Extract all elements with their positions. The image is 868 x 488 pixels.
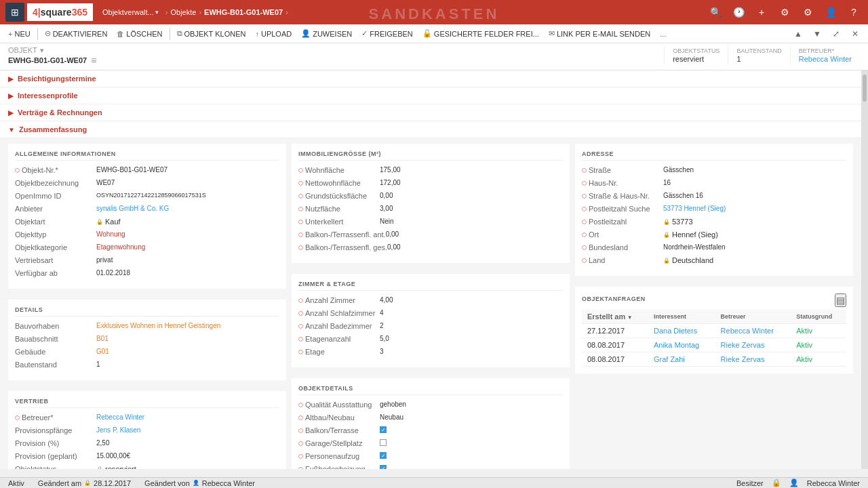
- btn-klonen[interactable]: ⧉ OBJEKT KLONEN: [173, 26, 250, 41]
- btn-more[interactable]: ...: [656, 26, 670, 41]
- arrow-icon: ▼: [8, 126, 15, 134]
- lock-icon7: 🔒: [772, 479, 781, 487]
- status-value: Aktiv: [8, 479, 24, 487]
- field-anbieter: Anbieter synalis GmbH & Co. KG: [15, 205, 279, 216]
- btn-upload[interactable]: ↑ UPLOAD: [251, 26, 296, 41]
- filter-icon[interactable]: ⚙: [776, 3, 793, 21]
- upload-icon: ↑: [255, 30, 259, 38]
- garage-checkbox[interactable]: [380, 439, 387, 446]
- bg-icon: ⬡: [298, 245, 303, 251]
- field-objektnr: ⬡Objekt-Nr.* EWHG-B01-G01-WE07: [15, 166, 279, 177]
- btn-loeschen[interactable]: 🗑 LÖSCHEN: [113, 26, 166, 41]
- cell-betreuer[interactable]: Rieke Zervas: [715, 352, 791, 367]
- breadcrumb-objekte[interactable]: Objekte: [170, 8, 196, 16]
- sort-icon[interactable]: ▼: [627, 314, 633, 321]
- gs2-icon: ⬡: [298, 441, 303, 447]
- nwf-icon: ⬡: [298, 180, 303, 186]
- cell-betreuer[interactable]: Rieke Zervas: [715, 338, 791, 352]
- section-zusammenfassung[interactable]: ▼ Zusammenfassung: [0, 121, 861, 138]
- email-icon: ✉: [549, 29, 555, 38]
- lock-icon5: 🔒: [663, 258, 670, 264]
- top-nav: ⊞ 4|square 365 Objektverwalt... ▾ › Obje…: [0, 0, 868, 24]
- breadcrumb-current[interactable]: EWHG-B01-G01-WE07: [204, 8, 283, 16]
- btn-email[interactable]: ✉ LINK PER E-MAIL SENDEN: [545, 26, 654, 41]
- question-icon[interactable]: ?: [845, 3, 863, 21]
- status-bar: Aktiv Geändert am 🔒 28.12.2017 Geändert …: [0, 477, 868, 488]
- field-provision-geplant: Provision (geplant) 15.000,00€: [15, 452, 279, 463]
- scroll-thumb[interactable]: [863, 75, 867, 102]
- field-objektbezeichnung: Objektbezeichnung WE07: [15, 179, 279, 190]
- breadcrumb-expand[interactable]: ›: [285, 9, 288, 16]
- balkon-checkbox[interactable]: [380, 426, 387, 433]
- plz-icon: ⬡: [582, 219, 587, 225]
- scrollbar[interactable]: [861, 70, 868, 469]
- object-label: OBJEKT ▾: [8, 46, 96, 55]
- close-icon[interactable]: ✕: [846, 25, 864, 43]
- nf-icon: ⬡: [298, 206, 303, 212]
- arrow-up-icon[interactable]: ▲: [789, 25, 807, 43]
- panel-allgemeine: ALLGEMEINE INFORMATIONEN ⬡Objekt-Nr.* EW…: [8, 144, 286, 289]
- release-icon: ✓: [361, 29, 368, 38]
- field-openimmoid: OpenImmo ID OSYN201712271422128590660175…: [15, 192, 279, 203]
- person-icon2: 👤: [789, 479, 799, 487]
- field-balkon-check: ⬡Balkon/Terrasse: [298, 426, 563, 437]
- field-obj-status: Objektstatus 🔒reserviert: [15, 465, 279, 469]
- lock-icon4: 🔒: [663, 232, 670, 238]
- btn-neu[interactable]: + NEU: [4, 26, 35, 41]
- clock-icon[interactable]: 🕐: [730, 3, 747, 21]
- col-interessent: Interessent: [648, 310, 715, 324]
- btn-zuweisen[interactable]: 👤 ZUWEISEN: [297, 26, 356, 41]
- settings-icon[interactable]: ⚙: [799, 3, 816, 21]
- plus-icon[interactable]: +: [753, 3, 770, 21]
- arrow-down-icon[interactable]: ▼: [808, 25, 826, 43]
- nav-objektverwaltung[interactable]: Objektverwalt... ▾: [98, 7, 163, 18]
- panel-vertrieb: VERTRIEB ⬡Betreuer* Rebecca Winter Provi…: [8, 391, 286, 469]
- field-schlafzimmer: ⬡Anzahl Schlafzimmer 4: [298, 309, 563, 320]
- cell-betreuer[interactable]: Rebecca Winter: [715, 324, 791, 338]
- section-besichtigungstermine[interactable]: ▶ Besichtigungstermine: [0, 70, 861, 87]
- cell-interessent[interactable]: Dana Dieters: [648, 324, 715, 338]
- apps-icon[interactable]: ⊞: [5, 3, 24, 22]
- expand-icon[interactable]: ⤢: [827, 25, 845, 43]
- section-interessenprofile[interactable]: ▶ Interessenprofile: [0, 87, 861, 104]
- btn-gesicherte[interactable]: 🔓 GESICHERTE FELDER FREI...: [418, 26, 543, 41]
- top-nav-right: 🔍 🕐 + ⚙ ⚙ 👤 ?: [707, 3, 863, 21]
- btn-deaktivieren[interactable]: ⊝ DEAKTIVIEREN: [41, 26, 112, 41]
- obj-label-arrow[interactable]: ▾: [40, 46, 44, 54]
- cell-interessent[interactable]: Anika Montag: [648, 338, 715, 352]
- table-row: 08.08.2017 Anika Montag Rieke Zervas Akt…: [582, 338, 846, 352]
- user-icon[interactable]: 👤: [822, 3, 840, 21]
- field-provision-pfaenge: Provisionspfänge Jens P. Klasen: [15, 426, 279, 437]
- cell-datum: 08.08.2017: [582, 338, 648, 352]
- meta-objektstatus: Objektstatus reserviert: [664, 46, 728, 64]
- aufzug-checkbox[interactable]: [380, 452, 387, 459]
- field-land: ⬡Land 🔒Deutschland: [582, 256, 846, 267]
- gs-icon: ⬡: [298, 193, 303, 199]
- hamburger-icon[interactable]: ≡: [91, 55, 96, 66]
- section-vertraege[interactable]: ▶ Verträge & Rechnungen: [0, 104, 861, 121]
- app-logo[interactable]: 4|square 365: [27, 3, 93, 21]
- fussbodenheizung-checkbox[interactable]: [380, 465, 387, 469]
- col-erstellt: Erstellt am ▼: [582, 310, 648, 324]
- field-altbau: ⬡Altbau/Neubau Neubau: [298, 413, 563, 424]
- panel-immobiliengroesse: IMMOBILIENGRÖSSE (m²) ⬡Wohnfläche 175,00…: [292, 144, 570, 263]
- toolbar-right: ▲ ▼ ⤢ ✕: [789, 25, 864, 43]
- main-scroll[interactable]: ▶ Besichtigungstermine ▶ Interessenprofi…: [0, 70, 861, 469]
- col-betreuer: Betreuer: [715, 310, 791, 324]
- field-plz-suche: ⬡Postleitzahl Suche 53773 Hennef (Sieg): [582, 205, 846, 216]
- str-icon: ⬡: [582, 167, 587, 174]
- panel-details: DETAILS Bauvorhaben Exklusives Wohnen in…: [8, 300, 286, 380]
- arrow-icon: ▶: [8, 75, 14, 83]
- separator2: [170, 28, 170, 40]
- ps-icon: ⬡: [582, 206, 587, 212]
- cell-interessent[interactable]: Graf Zahi: [648, 352, 715, 367]
- col-statusgrund: Statusgrund: [791, 310, 846, 324]
- uk-icon: ⬡: [298, 219, 303, 225]
- table-view-icon[interactable]: ▤: [835, 293, 846, 307]
- lock-icon6: 🔒: [84, 480, 91, 486]
- sh-icon: ⬡: [582, 193, 587, 199]
- btn-freigeben[interactable]: ✓ FREIGEBEN: [357, 26, 417, 41]
- panel-zimmer: ZIMMER & ETAGE ⬡Anzahl Zimmer 4,00 ⬡Anza…: [292, 274, 570, 367]
- hn-icon: ⬡: [582, 180, 587, 186]
- search-icon[interactable]: 🔍: [707, 3, 724, 21]
